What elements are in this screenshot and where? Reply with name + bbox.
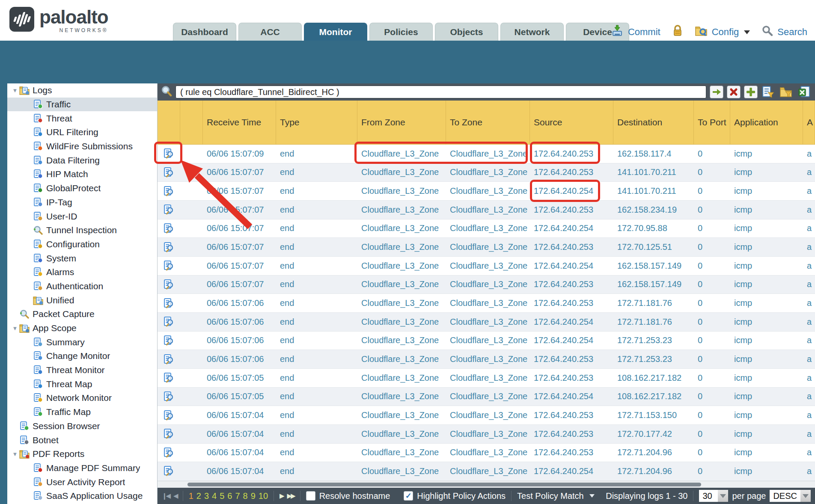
sidebar-item-globalprotect[interactable]: GlobalProtect (7, 181, 157, 196)
cell-application[interactable]: icmp (730, 294, 803, 312)
cell-destination[interactable]: 172.70.125.51 (613, 238, 694, 256)
highlight-policy-actions-checkbox[interactable]: ✓ (404, 491, 413, 501)
col-header-a[interactable]: A (803, 101, 815, 144)
cell-application[interactable]: icmp (730, 257, 803, 275)
log-detail-icon[interactable] (158, 238, 180, 256)
col-header-application[interactable]: Application (730, 101, 803, 144)
filter-builder-icon[interactable] (761, 85, 776, 99)
log-detail-icon[interactable] (158, 350, 180, 368)
expander-icon[interactable]: ▼ (11, 451, 19, 457)
cell-type[interactable]: end (276, 294, 357, 312)
apply-filter-button[interactable] (710, 86, 723, 98)
page-9[interactable]: 9 (251, 491, 256, 501)
cell-action[interactable]: a (803, 163, 815, 182)
cell-receive-time[interactable]: 06/06 15:07:04 (203, 406, 276, 424)
log-detail-icon[interactable] (158, 388, 180, 406)
tab-acc[interactable]: ACC (238, 23, 302, 41)
cell-to-zone[interactable]: Cloudflare_L3_Zone (446, 444, 530, 462)
last-page-icon[interactable]: ▶▶ (287, 492, 294, 500)
cell-to-port[interactable]: 0 (694, 313, 730, 331)
cell-action[interactable]: a (803, 219, 815, 238)
cell-from-zone[interactable]: Cloudflare_L3_Zone (357, 163, 446, 182)
export-icon[interactable] (797, 85, 812, 99)
page-10[interactable]: 10 (259, 491, 268, 501)
page-2[interactable]: 2 (196, 491, 201, 501)
page-size-caret-icon[interactable] (718, 490, 728, 502)
cell-from-zone[interactable]: Cloudflare_L3_Zone (357, 406, 446, 424)
cell-type[interactable]: end (276, 388, 357, 406)
sidebar-item-wildfire-submissions[interactable]: WildFire Submissions (7, 139, 157, 154)
cell-to-port[interactable]: 0 (694, 163, 730, 182)
clear-filter-button[interactable] (727, 86, 741, 98)
cell-to-zone[interactable]: Cloudflare_L3_Zone (446, 294, 530, 312)
cell-from-zone[interactable]: Cloudflare_L3_Zone (357, 238, 446, 256)
sidebar-item-pdf-reports[interactable]: ▼ PDF Reports (7, 447, 157, 461)
page-8[interactable]: 8 (243, 491, 248, 501)
commit-button[interactable]: Commit (628, 27, 660, 38)
cell-destination[interactable]: 172.71.253.23 (613, 332, 694, 350)
cell-to-port[interactable]: 0 (694, 406, 730, 424)
sidebar-item-summary[interactable]: Summary (7, 335, 157, 349)
cell-application[interactable]: icmp (730, 406, 803, 424)
cell-from-zone[interactable]: Cloudflare_L3_Zone (357, 369, 446, 387)
cell-to-port[interactable]: 0 (694, 425, 730, 443)
cell-destination[interactable]: 108.162.217.182 (613, 388, 694, 406)
cell-receive-time[interactable]: 06/06 15:07:05 (203, 369, 276, 387)
horizontal-scrollbar[interactable] (158, 481, 815, 488)
cell-receive-time[interactable]: 06/06 15:07:06 (203, 350, 276, 368)
cell-type[interactable]: end (276, 350, 357, 368)
page-4[interactable]: 4 (212, 491, 217, 501)
cell-receive-time[interactable]: 06/06 15:07:07 (203, 182, 276, 200)
sort-order-select[interactable]: DESC (770, 490, 811, 502)
cell-application[interactable]: icmp (730, 350, 803, 368)
cell-source[interactable]: 172.64.240.253 (530, 238, 613, 256)
cell-receive-time[interactable]: 06/06 15:07:07 (203, 219, 276, 238)
cell-destination[interactable]: 172.71.204.96 (613, 444, 694, 462)
cell-type[interactable]: end (276, 145, 357, 163)
cell-type[interactable]: end (276, 462, 357, 480)
cell-to-port[interactable]: 0 (694, 369, 730, 387)
cell-type[interactable]: end (276, 238, 357, 256)
cell-action[interactable]: a (803, 257, 815, 275)
cell-source[interactable]: 172.64.240.253 (530, 201, 613, 219)
next-page-icon[interactable]: ▶ (280, 492, 283, 500)
log-detail-icon[interactable] (158, 276, 180, 294)
col-header-from-zone[interactable]: From Zone (357, 101, 446, 144)
sidebar-item-ip-tag[interactable]: IP-Tag (7, 196, 157, 210)
col-header-receive-time[interactable]: Receive Time (203, 101, 276, 144)
cell-receive-time[interactable]: 06/06 15:07:06 (203, 332, 276, 350)
cell-to-port[interactable]: 0 (694, 388, 730, 406)
cell-to-zone[interactable]: Cloudflare_L3_Zone (446, 425, 530, 443)
cell-to-zone[interactable]: Cloudflare_L3_Zone (446, 388, 530, 406)
cell-action[interactable]: a (803, 462, 815, 480)
cell-type[interactable]: end (276, 332, 357, 350)
lock-icon[interactable] (672, 25, 683, 39)
cell-receive-time[interactable]: 06/06 15:07:06 (203, 294, 276, 312)
resolve-hostname-checkbox[interactable] (306, 491, 315, 501)
cell-from-zone[interactable]: Cloudflare_L3_Zone (357, 145, 446, 163)
sort-order-caret-icon[interactable] (800, 490, 811, 502)
cell-source[interactable]: 172.64.240.253 (530, 163, 613, 182)
cell-source[interactable]: 172.64.240.254 (530, 388, 613, 406)
cell-receive-time[interactable]: 06/06 15:07:05 (203, 388, 276, 406)
cell-from-zone[interactable]: Cloudflare_L3_Zone (357, 350, 446, 368)
cell-application[interactable]: icmp (730, 313, 803, 331)
cell-to-zone[interactable]: Cloudflare_L3_Zone (446, 406, 530, 424)
cell-to-zone[interactable]: Cloudflare_L3_Zone (446, 276, 530, 294)
cell-to-zone[interactable]: Cloudflare_L3_Zone (446, 350, 530, 368)
cell-to-port[interactable]: 0 (694, 294, 730, 312)
cell-application[interactable]: icmp (730, 462, 803, 480)
col-header-source[interactable]: Source (530, 101, 613, 144)
cell-action[interactable]: a (803, 182, 815, 200)
log-detail-icon[interactable] (158, 201, 180, 219)
cell-source[interactable]: 172.64.240.254 (530, 182, 613, 200)
cell-action[interactable]: a (803, 425, 815, 443)
cell-source[interactable]: 172.64.240.253 (530, 145, 613, 163)
cell-application[interactable]: icmp (730, 163, 803, 182)
sidebar-item-user-activity-report[interactable]: User Activity Report (7, 475, 157, 489)
log-detail-icon[interactable] (158, 219, 180, 238)
cell-from-zone[interactable]: Cloudflare_L3_Zone (357, 313, 446, 331)
cell-destination[interactable]: 108.162.217.182 (613, 369, 694, 387)
cell-from-zone[interactable]: Cloudflare_L3_Zone (357, 332, 446, 350)
cell-source[interactable]: 172.64.240.253 (530, 425, 613, 443)
